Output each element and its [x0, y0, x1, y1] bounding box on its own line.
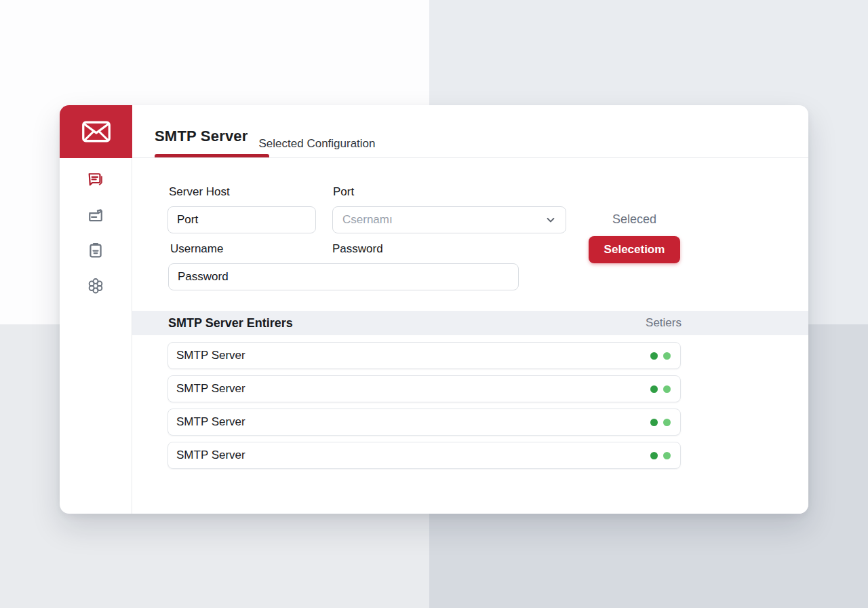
server-list-item[interactable]: SMTP Server — [167, 408, 681, 436]
chat-message-icon — [86, 170, 105, 189]
smtp-config-form: Server Host Port Csernamı Seleced Selece… — [132, 158, 808, 311]
status-dot-dark — [650, 452, 658, 459]
main-content: Server Host Port Csernamı Seleced Selece… — [132, 158, 808, 514]
server-list-item[interactable]: SMTP Server — [167, 442, 681, 469]
clipboard-icon — [86, 241, 105, 260]
list-action-link[interactable]: Setiers — [646, 316, 682, 330]
status-dot-light — [663, 352, 671, 360]
tab-smtp-server[interactable]: SMTP Server — [155, 128, 248, 157]
server-list-item[interactable]: SMTP Server — [167, 375, 681, 402]
server-row-label: SMTP Server — [176, 415, 245, 429]
server-row-label: SMTP Server — [176, 449, 245, 462]
status-dots — [650, 385, 671, 393]
server-list-item[interactable]: SMTP Server — [167, 342, 681, 369]
envelope-icon — [81, 120, 111, 143]
username-input[interactable] — [168, 263, 519, 290]
sidebar — [60, 158, 132, 514]
status-dot-dark — [650, 352, 658, 360]
sidebar-item-messages[interactable] — [83, 170, 108, 189]
chevron-down-icon — [545, 214, 556, 225]
tab-smtp-server-label: SMTP Server — [155, 128, 248, 145]
sidebar-item-settings[interactable] — [83, 276, 108, 295]
status-dots — [650, 452, 671, 459]
active-tab-underline — [155, 154, 269, 157]
port-select[interactable]: Csernamı — [332, 206, 566, 233]
server-row-label: SMTP Server — [176, 382, 245, 396]
status-dot-dark — [650, 419, 658, 426]
tab-selected-configuration[interactable]: Selected Configuration — [259, 137, 376, 157]
server-host-label: Server Host — [169, 185, 230, 199]
sidebar-item-reports[interactable] — [83, 241, 108, 260]
status-dots — [650, 352, 671, 360]
status-dot-light — [663, 452, 671, 459]
port-label: Port — [333, 185, 354, 199]
smtp-server-list: SMTP Server SMTP Server SMTP Server — [167, 342, 681, 475]
status-dot-light — [663, 385, 671, 393]
server-row-label: SMTP Server — [176, 349, 245, 362]
app-logo-block[interactable] — [60, 105, 132, 158]
port-select-value: Csernamı — [342, 213, 393, 227]
status-dot-light — [663, 419, 671, 426]
selection-button[interactable]: Selecetiom — [589, 236, 680, 263]
sidebar-item-mail[interactable] — [83, 206, 108, 225]
header-tabs: SMTP Server Selected Configuration — [132, 105, 808, 158]
username-label: Username — [170, 242, 223, 256]
status-dots — [650, 419, 671, 426]
flower-icon — [86, 276, 105, 295]
mail-open-icon — [86, 206, 105, 225]
server-host-input[interactable] — [167, 206, 316, 233]
selected-caption: Seleced — [589, 212, 680, 227]
list-section-header: SMTP Server Entirers Setiers — [132, 311, 808, 335]
list-title: SMTP Server Entirers — [168, 316, 293, 330]
password-label: Password — [332, 242, 383, 256]
status-dot-dark — [650, 385, 658, 393]
smtp-settings-window: SMTP Server Selected Configuration — [60, 105, 808, 514]
